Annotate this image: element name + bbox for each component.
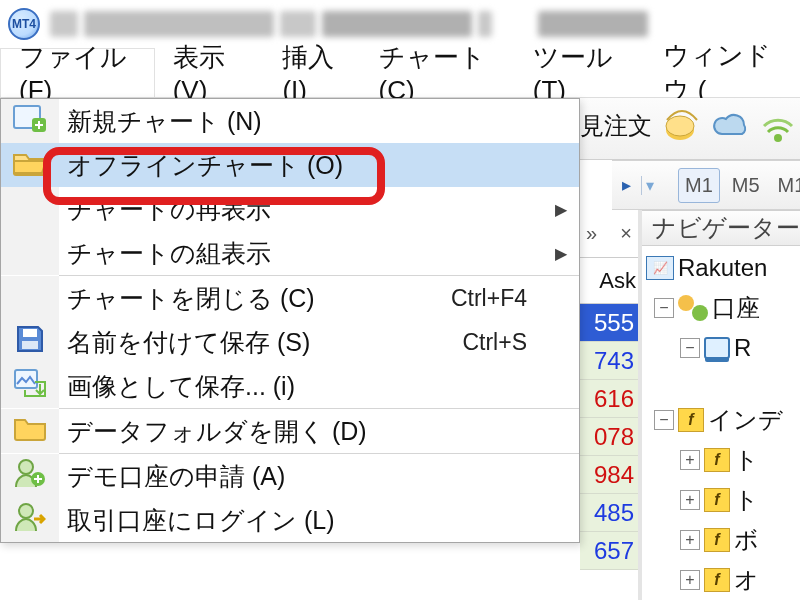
market-watch-cell[interactable]: 078: [580, 418, 638, 456]
expand-icon[interactable]: +: [680, 530, 700, 550]
tree-indicators[interactable]: − f インデ: [646, 400, 800, 440]
menu-bar: ファイル (F) 表示 (V) 挿入(I) チャート (C) ツール (T) ウ…: [0, 48, 800, 98]
svg-rect-7: [15, 370, 37, 388]
tree-account-child[interactable]: − R: [646, 328, 800, 368]
collapse-icon[interactable]: −: [654, 410, 674, 430]
demo-account-icon: [14, 457, 46, 495]
submenu-arrow-icon: ▶: [555, 244, 579, 263]
accounts-icon: [678, 295, 708, 321]
menu-view[interactable]: 表示 (V): [155, 48, 265, 97]
tree-label: ト: [734, 444, 759, 476]
tree-indicator-item[interactable]: + f オ: [646, 560, 800, 600]
svg-point-2: [774, 134, 782, 142]
svg-point-8: [19, 460, 33, 474]
market-watch-cell[interactable]: 657: [580, 532, 638, 570]
menuitem-label: データフォルダを開く (D): [59, 415, 435, 448]
open-folder-icon: [12, 147, 48, 183]
tree-label: Rakuten: [678, 254, 767, 282]
menu-chart[interactable]: チャート (C): [361, 48, 515, 97]
menuitem-label: 名前を付けて保存 (S): [59, 326, 435, 359]
indicator-icon: f: [704, 568, 730, 592]
menuitem-reshow-chart[interactable]: チャートの再表示 ▶: [1, 187, 579, 231]
server-icon: [704, 337, 730, 359]
tree-indicator-item[interactable]: + f ト: [646, 440, 800, 480]
navigator-title: ナビゲーター: [642, 210, 800, 246]
svg-point-1: [666, 116, 694, 136]
right-panels: » × Ask 555 743 616 078 984 485 657 ナビゲー…: [580, 210, 800, 600]
menu-tools[interactable]: ツール (T): [515, 48, 646, 97]
toolbar-overflow-icon[interactable]: ▾: [641, 176, 654, 195]
menuitem-demo-account[interactable]: デモ口座の申請 (A): [1, 454, 579, 498]
menuitem-new-chart[interactable]: 新規チャート (N): [1, 99, 579, 143]
menuitem-label: 新規チャート (N): [59, 105, 435, 138]
collapse-icon[interactable]: −: [654, 298, 674, 318]
timeframe-m15[interactable]: M15: [772, 169, 800, 202]
market-watch-strip: » × Ask 555 743 616 078 984 485 657: [580, 210, 638, 600]
menuitem-save-as[interactable]: 名前を付けて保存 (S) Ctrl+S: [1, 320, 579, 364]
submenu-arrow-icon: ▶: [555, 200, 579, 219]
collapse-icon[interactable]: −: [680, 338, 700, 358]
save-icon: [14, 323, 46, 361]
tree-indicator-item[interactable]: + f ト: [646, 480, 800, 520]
menuitem-shortcut: Ctrl+S: [435, 329, 555, 356]
menuitem-label: チャートを閉じる (C): [59, 282, 435, 315]
tree-label: R: [734, 334, 751, 362]
expand-icon[interactable]: +: [680, 450, 700, 470]
tree-accounts[interactable]: − 口座: [646, 288, 800, 328]
menuitem-label: デモ口座の申請 (A): [59, 460, 435, 493]
overflow-chevron-icon[interactable]: »: [586, 222, 597, 245]
menu-window[interactable]: ウィンドウ (: [645, 48, 800, 97]
market-watch-header-controls: » ×: [580, 210, 638, 258]
menu-file[interactable]: ファイル (F): [0, 48, 155, 97]
market-watch-cell[interactable]: 485: [580, 494, 638, 532]
indicator-icon: f: [704, 528, 730, 552]
tree-root[interactable]: 📈 Rakuten: [646, 248, 800, 288]
tree-label: オ: [734, 564, 759, 596]
menuitem-close-chart[interactable]: チャートを閉じる (C) Ctrl+F4: [1, 276, 579, 320]
menuitem-label: 取引口座にログイン (L): [59, 504, 435, 537]
file-menu-dropdown: 新規チャート (N) オフラインチャート (O) チャートの再表示 ▶ チャート…: [0, 98, 580, 543]
svg-rect-6: [22, 341, 38, 349]
tree-label: インデ: [708, 404, 783, 436]
menuitem-label: チャートの組表示: [59, 237, 435, 270]
menuitem-save-image[interactable]: 画像として保存... (i): [1, 364, 579, 408]
timeframe-m1[interactable]: M1: [678, 168, 720, 203]
svg-rect-5: [23, 329, 37, 337]
new-order-fragment: 見注文: [580, 110, 652, 142]
advisor-icon[interactable]: [664, 108, 700, 144]
indicator-icon: f: [704, 488, 730, 512]
timeframe-m5[interactable]: M5: [726, 169, 766, 202]
expand-icon[interactable]: +: [680, 490, 700, 510]
menuitem-offline-chart[interactable]: オフラインチャート (O): [1, 143, 579, 187]
tree-indicator-item[interactable]: + f ボ: [646, 520, 800, 560]
menuitem-label: 画像として保存... (i): [59, 370, 435, 403]
menuitem-label: オフラインチャート (O): [59, 149, 435, 182]
login-icon: [14, 501, 46, 539]
save-image-icon: [13, 368, 47, 404]
close-panel-icon[interactable]: ×: [620, 222, 632, 245]
market-watch-cell[interactable]: 743: [580, 342, 638, 380]
navigator-tree: 📈 Rakuten − 口座 − R − f インデ + f: [642, 246, 800, 600]
market-watch-cell[interactable]: 555: [580, 304, 638, 342]
folder-icon: [13, 414, 47, 448]
menuitem-chart-groups[interactable]: チャートの組表示 ▶: [1, 231, 579, 275]
svg-point-10: [19, 504, 33, 518]
market-watch-cell[interactable]: 984: [580, 456, 638, 494]
tree-label: 口座: [712, 292, 760, 324]
navigator-panel: ナビゲーター 📈 Rakuten − 口座 − R − f インデ: [638, 210, 800, 600]
menuitem-label: チャートの再表示: [59, 193, 435, 226]
timeframe-scroll-left-icon[interactable]: ▸: [618, 174, 635, 196]
menuitem-open-data-folder[interactable]: データフォルダを開く (D): [1, 409, 579, 453]
new-chart-icon: [12, 102, 48, 140]
menuitem-login[interactable]: 取引口座にログイン (L): [1, 498, 579, 542]
signal-icon[interactable]: [760, 108, 796, 144]
indicator-icon: f: [704, 448, 730, 472]
timeframe-toolbar: ▸ ▾ M1 M5 M15: [612, 160, 800, 210]
menu-insert[interactable]: 挿入(I): [264, 48, 360, 97]
expand-icon[interactable]: +: [680, 570, 700, 590]
market-watch-cell[interactable]: 616: [580, 380, 638, 418]
tree-label: ボ: [734, 524, 759, 556]
cloud-icon[interactable]: [712, 108, 748, 144]
market-watch-column-ask[interactable]: Ask: [580, 258, 638, 304]
indicator-folder-icon: f: [678, 408, 704, 432]
